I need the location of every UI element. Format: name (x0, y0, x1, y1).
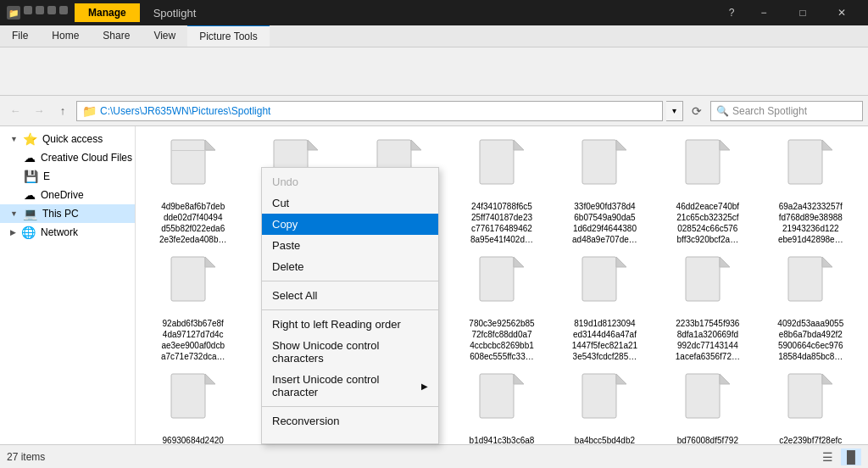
status-bar-right: ☰ █ (817, 448, 861, 465)
creative-cloud-icon: ☁ (24, 151, 36, 164)
file-icon (168, 255, 219, 315)
file-area: 4d9be8af6b7debdde02d7f40494d55b82f022eda… (136, 126, 868, 467)
sidebar-item-quick-access[interactable]: ▼ ⭐ Quick access (0, 130, 135, 148)
file-name: 4d9be8af6b7debdde02d7f40494d55b82f022eda… (159, 201, 227, 245)
tb-icon5 (59, 6, 68, 14)
expand-icon-network: ▶ (10, 228, 16, 237)
help-button[interactable]: ? (719, 0, 744, 25)
manage-tab[interactable]: Manage (75, 3, 140, 22)
cm-select-all[interactable]: Select All (262, 285, 438, 306)
cm-show-unicode-label: Show Unicode control characters (272, 339, 428, 365)
svg-marker-10 (616, 140, 626, 150)
cm-rtl-label: Right to left Reading order (272, 318, 401, 331)
file-icon (579, 255, 630, 315)
file-item[interactable]: 4d9be8af6b7debdde02d7f40494d55b82f022eda… (142, 133, 243, 248)
icon-view-button[interactable]: █ (841, 448, 861, 465)
svg-marker-38 (616, 374, 626, 384)
cm-open-ime[interactable]: Reconversion (262, 410, 438, 432)
file-name: 33f0e90fd378d46b07549a90da51d6d29f464438… (572, 201, 637, 245)
cm-cut[interactable]: Cut (262, 192, 438, 214)
tb-icon2 (24, 6, 32, 14)
file-name: 46dd2eace740bf21c65cb32325cf028524c66c57… (676, 201, 740, 245)
svg-rect-41 (788, 374, 822, 418)
minimize-button[interactable]: − (744, 0, 783, 25)
svg-rect-37 (582, 374, 616, 418)
svg-rect-21 (480, 257, 514, 301)
file-item[interactable]: 69a2a43233257ffd768d89e3898821943236d122… (760, 133, 861, 248)
sidebar-label-onedrive: OneDrive (41, 189, 84, 201)
forward-button[interactable]: → (29, 101, 49, 121)
address-path[interactable]: 📁 C:\Users\JR635WN\Pictures\Spotlight (76, 101, 663, 121)
file-icon (682, 138, 733, 198)
up-button[interactable]: ↑ (53, 101, 73, 121)
ribbon-tabs: File Home Share View Picture Tools (0, 25, 868, 47)
quick-access-icon: ⭐ (23, 132, 37, 146)
address-bar: ← → ↑ 📁 C:\Users\JR635WN\Pictures\Spotli… (0, 96, 868, 126)
cm-copy[interactable]: Copy (262, 214, 438, 235)
sidebar-item-e[interactable]: 💾 E (0, 167, 135, 186)
file-icon (785, 372, 836, 432)
file-icon (168, 138, 219, 198)
file-name: 24f3410788f6c525ff740187de23c77617648946… (470, 201, 533, 245)
svg-rect-11 (686, 140, 720, 184)
maximize-button[interactable]: □ (783, 0, 822, 25)
cm-show-unicode[interactable]: Show Unicode control characters (262, 335, 438, 369)
cm-divider3 (262, 406, 438, 407)
address-dropdown[interactable]: ▾ (666, 101, 683, 121)
svg-marker-6 (411, 140, 421, 150)
file-icon (476, 138, 527, 198)
file-item[interactable]: 819d1d8123094ed3144d46a47af1447f5fec821a… (554, 250, 655, 365)
file-item[interactable]: 780c3e92562b8572fc8fc88dd0a74ccbcbc8269b… (451, 250, 552, 365)
sidebar-item-onedrive[interactable]: ☁ OneDrive (0, 186, 135, 204)
cm-delete[interactable]: Delete (262, 256, 438, 277)
cm-insert-unicode[interactable]: Insert Unicode control character ▶ (262, 369, 438, 403)
file-item[interactable]: 92abd6f3b67e8f4da97127d7d4cae3ee900af0dc… (142, 250, 243, 365)
file-name: 69a2a43233257ffd768d89e3898821943236d122… (778, 201, 843, 245)
sidebar-item-this-pc[interactable]: ▼ 💻 This PC (0, 204, 135, 223)
sidebar-label-network: Network (41, 226, 78, 238)
file-name: 4092d53aaa9055e8b6a7bda492f25900664c6ec9… (777, 318, 843, 362)
file-item[interactable]: 4092d53aaa9055e8b6a7bda492f25900664c6ec9… (760, 250, 861, 365)
file-name: 780c3e92562b8572fc8fc88dd0a74ccbcbc8269b… (469, 318, 534, 362)
file-item[interactable]: 24f3410788f6c525ff740187de23c77617648946… (451, 133, 552, 248)
sidebar: ▼ ⭐ Quick access ☁ Creative Cloud Files … (0, 126, 136, 467)
cm-paste[interactable]: Paste (262, 235, 438, 256)
list-view-button[interactable]: ☰ (817, 448, 837, 465)
sidebar-item-network[interactable]: ▶ 🌐 Network (0, 223, 135, 242)
cm-undo[interactable]: Undo (262, 171, 438, 192)
sidebar-item-creative-cloud[interactable]: ☁ Creative Cloud Files (0, 148, 135, 167)
svg-rect-9 (582, 140, 616, 184)
file-icon (785, 138, 836, 198)
title-bar-controls: ? − □ ✕ (719, 0, 861, 25)
search-box[interactable]: 🔍 Search Spotlight (710, 101, 863, 121)
tab-home[interactable]: Home (40, 25, 91, 47)
file-name: 92abd6f3b67e8f4da97127d7d4cae3ee900af0dc… (161, 318, 225, 362)
address-text: C:\Users\JR635WN\Pictures\Spotlight (100, 105, 270, 117)
status-bar: 27 items ☰ █ (0, 444, 868, 468)
tab-view[interactable]: View (142, 25, 187, 47)
refresh-button[interactable]: ⟳ (687, 101, 707, 121)
tab-file[interactable]: File (0, 25, 40, 47)
svg-marker-16 (205, 257, 215, 267)
file-item[interactable]: 2233b17545f9368dfa1a320669fd992dc7714314… (657, 250, 758, 365)
this-pc-icon: 💻 (23, 207, 37, 220)
sidebar-label-quick-access: Quick access (42, 133, 103, 145)
svg-marker-4 (308, 140, 318, 150)
file-icon (579, 372, 630, 432)
svg-rect-39 (686, 374, 720, 418)
cm-divider1 (262, 281, 438, 281)
svg-marker-1 (205, 140, 215, 150)
cm-select-all-label: Select All (272, 289, 317, 302)
file-item[interactable]: 33f0e90fd378d46b07549a90da51d6d29f464438… (554, 133, 655, 248)
file-item[interactable]: 46dd2eace740bf21c65cb32325cf028524c66c57… (657, 133, 758, 248)
file-icon (476, 372, 527, 432)
close-button[interactable]: ✕ (822, 0, 861, 25)
cm-reconversion[interactable] (262, 432, 438, 440)
tab-picture-tools[interactable]: Picture Tools (187, 25, 269, 47)
cm-rtl[interactable]: Right to left Reading order (262, 314, 438, 335)
tab-share[interactable]: Share (91, 25, 142, 47)
cm-divider2 (262, 309, 438, 310)
back-button[interactable]: ← (5, 101, 25, 121)
svg-rect-29 (171, 374, 205, 418)
title-bar: 📁 Manage Spotlight ? − □ ✕ (0, 0, 868, 25)
